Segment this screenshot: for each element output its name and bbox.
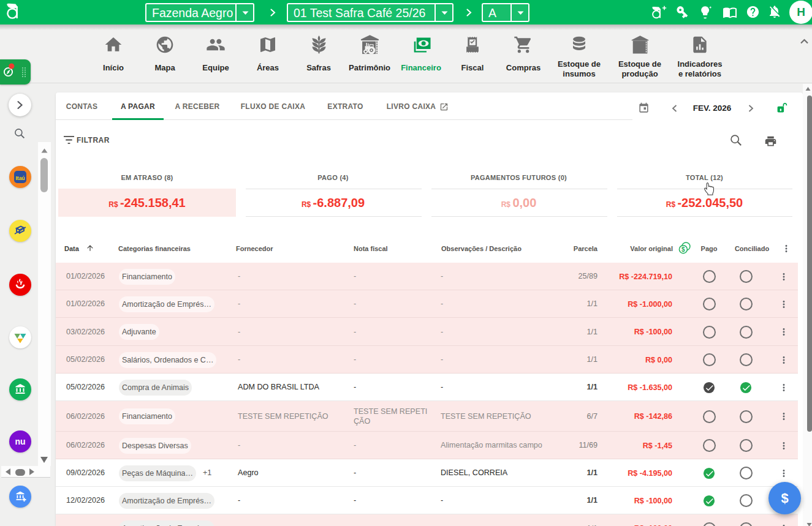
svg-text:Itaú: Itaú <box>15 175 25 181</box>
svg-text:nu: nu <box>15 437 25 446</box>
